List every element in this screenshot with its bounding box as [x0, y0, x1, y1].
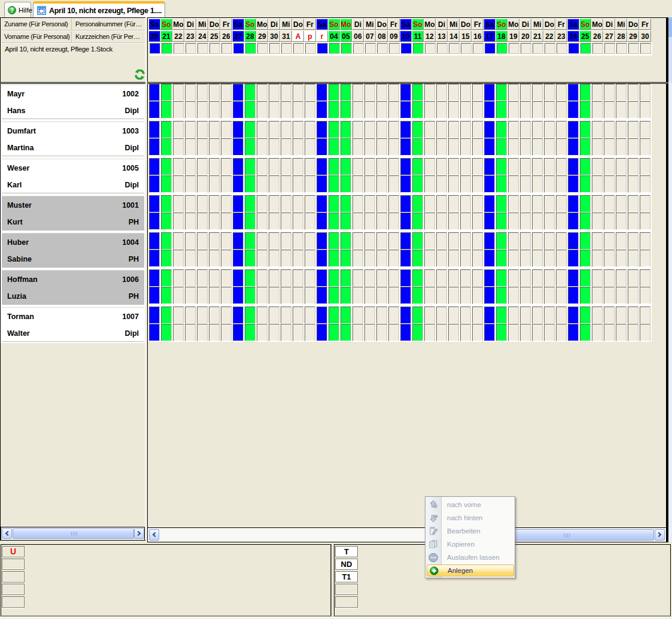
svg-text:STOP: STOP [431, 556, 435, 559]
